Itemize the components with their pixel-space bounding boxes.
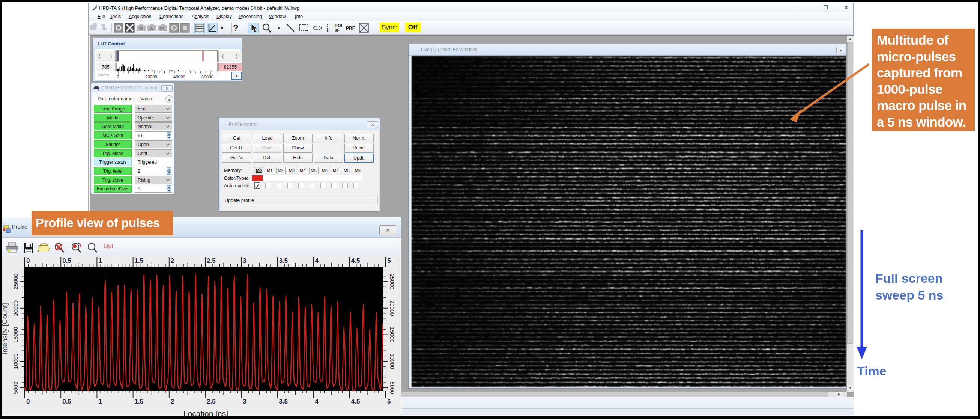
svg-text:1: 1 (98, 257, 102, 264)
svg-text:0: 0 (26, 398, 30, 405)
svg-text:4.5: 4.5 (351, 257, 360, 264)
svg-text:0.5: 0.5 (62, 398, 71, 405)
svg-text:I/F: I/F (335, 28, 340, 32)
svg-text:25000: 25000 (389, 274, 395, 290)
svg-text:5000: 5000 (13, 381, 19, 394)
svg-text:0: 0 (26, 257, 30, 264)
svg-text:20000: 20000 (13, 300, 19, 316)
svg-text:3.5: 3.5 (279, 257, 288, 264)
svg-text:4: 4 (315, 257, 319, 264)
svg-text:25000: 25000 (13, 274, 19, 290)
svg-text:5: 5 (387, 257, 391, 264)
svg-text:Intensity [Count]: Intensity [Count] (1, 303, 9, 354)
svg-text:PRF: PRF (346, 25, 355, 31)
svg-text:5000: 5000 (389, 381, 395, 394)
svg-text:0.5: 0.5 (62, 257, 71, 264)
svg-text:3: 3 (243, 257, 246, 264)
svg-text:?: ? (233, 23, 239, 33)
svg-text:5: 5 (387, 398, 391, 405)
svg-text:3.5: 3.5 (279, 398, 288, 405)
svg-text:2: 2 (171, 398, 174, 405)
svg-text:1.5: 1.5 (135, 257, 144, 264)
svg-text:2.5: 2.5 (207, 257, 216, 264)
svg-text:20000: 20000 (389, 300, 395, 316)
svg-text:PC: PC (159, 26, 166, 32)
svg-text:3: 3 (243, 398, 246, 405)
svg-text:ROI: ROI (335, 23, 342, 28)
svg-text:4.5: 4.5 (351, 398, 360, 405)
svg-text:15000: 15000 (13, 327, 19, 343)
svg-text:10000: 10000 (13, 353, 19, 369)
svg-text:A: A (150, 26, 153, 32)
svg-text:2.5: 2.5 (207, 398, 216, 405)
svg-text:2: 2 (171, 257, 174, 264)
svg-text:15000: 15000 (389, 327, 395, 343)
svg-text:4: 4 (315, 398, 319, 405)
svg-text:1: 1 (98, 398, 102, 405)
svg-text:1.5: 1.5 (135, 398, 144, 405)
svg-text:10000: 10000 (389, 353, 395, 369)
